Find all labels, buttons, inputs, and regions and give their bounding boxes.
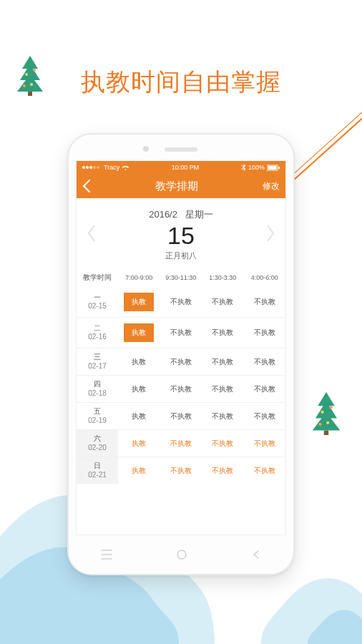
- back-button[interactable]: [82, 180, 91, 192]
- slot-cell[interactable]: 不执教: [202, 291, 244, 313]
- slot-cell[interactable]: 不执教: [244, 322, 286, 343]
- svg-rect-14: [278, 166, 280, 169]
- signal-icon: [82, 166, 99, 169]
- svg-point-8: [321, 411, 324, 414]
- edit-button[interactable]: 修改: [263, 180, 280, 192]
- next-day-button[interactable]: [265, 224, 275, 243]
- slot-cell[interactable]: 不执教: [160, 322, 202, 343]
- day-cell: 三02-17: [77, 348, 118, 375]
- slot-cell[interactable]: 不执教: [244, 379, 286, 400]
- table-row: 五02-19执教不执教不执教不执教: [77, 402, 285, 429]
- table-row: 日02-21执教不执教不执教不执教: [77, 457, 285, 484]
- battery-label: 100%: [248, 164, 265, 171]
- slot-cell[interactable]: 不执教: [160, 406, 202, 427]
- slot-cell[interactable]: 不执教: [160, 433, 202, 454]
- svg-point-11: [318, 423, 321, 426]
- slot-cell[interactable]: 执教: [118, 318, 160, 348]
- slot-cell[interactable]: 不执教: [160, 291, 202, 313]
- slot-cell[interactable]: 不执教: [244, 291, 286, 313]
- date-weekday: 星期一: [185, 209, 213, 220]
- hw-back-icon: [251, 550, 261, 560]
- hw-home-icon: [176, 549, 187, 560]
- day-cell: 二02-16: [77, 320, 118, 346]
- svg-rect-13: [268, 165, 276, 170]
- day-cell: 六02-20: [77, 430, 118, 457]
- date-panel: 2016/2 星期一 15 正月初八: [77, 198, 285, 268]
- phone-camera-dot: [143, 146, 149, 152]
- svg-point-15: [177, 550, 186, 559]
- svg-marker-6: [313, 392, 341, 431]
- table-row: 三02-17执教不执教不执教不执教: [77, 348, 285, 375]
- prev-day-button[interactable]: [87, 224, 97, 243]
- day-cell: 四02-18: [77, 376, 118, 402]
- hero-title: 执教时间自由掌握: [0, 66, 362, 99]
- wifi-icon: [122, 165, 129, 171]
- slot-cell[interactable]: 不执教: [202, 433, 244, 454]
- table-row: 二02-16执教不执教不执教不执教: [77, 317, 285, 348]
- app-header: 教学排期 修改: [77, 174, 285, 198]
- slot-cell[interactable]: 不执教: [202, 322, 244, 343]
- slot-cell[interactable]: 执教: [118, 379, 160, 400]
- pine-tree-icon: [310, 392, 342, 435]
- svg-rect-7: [324, 431, 328, 435]
- date-lunar: 正月初八: [84, 250, 278, 261]
- header-title: 教学排期: [155, 180, 198, 193]
- header-day-col: 教学时间: [77, 269, 118, 287]
- phone-nav-bar: [69, 535, 293, 574]
- slot-cell[interactable]: 执教: [118, 460, 160, 482]
- schedule-table: 教学时间 7:00-9:00 9:30-11:30 1:30-3:30 4:00…: [77, 268, 285, 484]
- slot-header: 9:30-11:30: [160, 268, 202, 287]
- table-row: 六02-20执教不执教不执教不执教: [77, 429, 285, 457]
- slot-cell[interactable]: 执教: [118, 287, 160, 317]
- date-year-month: 2016/2: [149, 209, 177, 220]
- slot-header: 1:30-3:30: [202, 268, 244, 287]
- slot-cell[interactable]: 不执教: [160, 460, 202, 482]
- slot-cell[interactable]: 执教: [118, 406, 160, 427]
- teach-pill[interactable]: 执教: [124, 293, 154, 311]
- slot-cell[interactable]: 不执教: [202, 406, 244, 427]
- battery-icon: [267, 165, 280, 171]
- date-year-weekday: 2016/2 星期一: [84, 208, 278, 221]
- status-bar: Tracy 10:00 PM 100%: [77, 161, 285, 174]
- bluetooth-icon: [241, 164, 246, 171]
- svg-point-9: [329, 406, 332, 409]
- table-row: 一02-15执教不执教不执教不执教: [77, 287, 285, 317]
- phone-mockup: Tracy 10:00 PM 100% 教学排期 修改: [67, 133, 295, 575]
- slot-cell[interactable]: 不执教: [244, 351, 286, 373]
- date-day: 15: [84, 223, 278, 249]
- day-cell: 一02-15: [77, 289, 118, 316]
- carrier-label: Tracy: [104, 164, 119, 171]
- slot-cell[interactable]: 不执教: [202, 460, 244, 482]
- slot-cell[interactable]: 不执教: [244, 460, 286, 482]
- slot-cell[interactable]: 不执教: [202, 379, 244, 400]
- slot-cell[interactable]: 不执教: [244, 406, 286, 427]
- teach-pill[interactable]: 执教: [124, 323, 154, 342]
- slot-cell[interactable]: 不执教: [160, 351, 202, 373]
- slot-cell[interactable]: 不执教: [202, 351, 244, 373]
- slot-cell[interactable]: 执教: [118, 433, 160, 454]
- day-cell: 五02-19: [77, 403, 118, 429]
- table-header-row: 教学时间 7:00-9:00 9:30-11:30 1:30-3:30 4:00…: [77, 268, 285, 287]
- phone-screen: Tracy 10:00 PM 100% 教学排期 修改: [76, 160, 286, 535]
- slot-cell[interactable]: 执教: [118, 351, 160, 373]
- day-cell: 日02-21: [77, 457, 118, 484]
- table-row: 四02-18执教不执教不执教不执教: [77, 375, 285, 402]
- slot-cell[interactable]: 不执教: [244, 433, 286, 454]
- slot-header: 7:00-9:00: [118, 268, 160, 287]
- svg-point-10: [326, 421, 329, 424]
- slot-cell[interactable]: 不执教: [160, 379, 202, 400]
- slot-header: 4:00-6:00: [244, 268, 286, 287]
- hw-menu-icon: [101, 550, 112, 560]
- status-time: 10:00 PM: [172, 164, 200, 171]
